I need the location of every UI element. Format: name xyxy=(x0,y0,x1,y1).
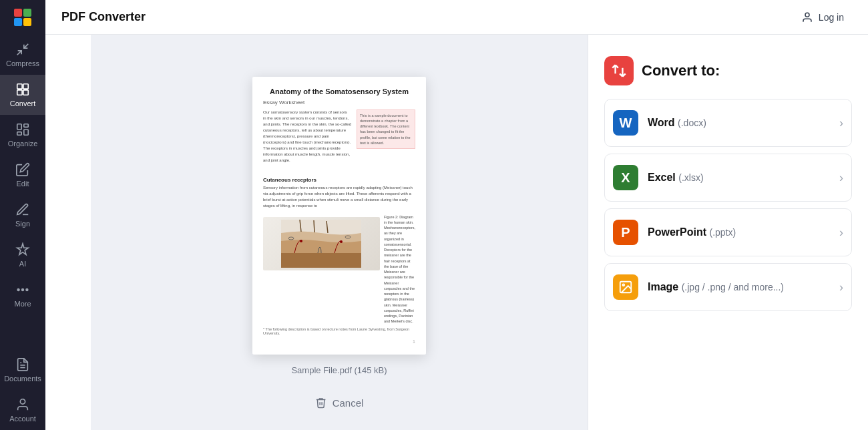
pdf-author: Essay Worksheet xyxy=(263,99,415,105)
image-svg-icon xyxy=(618,280,633,294)
sidebar-item-documents[interactable]: Documents xyxy=(0,350,45,390)
edit-icon xyxy=(15,162,30,177)
sidebar: Compress Convert Organize Edit xyxy=(0,0,45,430)
convert-panel: Convert to: W Word (.docx) › X Excel (.x… xyxy=(588,35,868,430)
convert-panel-icon xyxy=(604,56,634,85)
convert-option-ppt-text: PowerPoint (.pptx) xyxy=(648,226,839,238)
excel-name: Excel xyxy=(648,172,676,183)
sidebar-item-more[interactable]: More xyxy=(0,275,45,315)
sidebar-item-ai[interactable]: AI xyxy=(0,235,45,275)
svg-point-10 xyxy=(26,289,28,291)
svg-rect-3 xyxy=(23,90,28,95)
sidebar-item-sign[interactable]: Sign xyxy=(0,195,45,235)
image-ext: (.jpg / .png / and more...) xyxy=(682,282,784,292)
sidebar-item-account[interactable]: Account xyxy=(0,390,45,430)
ai-icon xyxy=(15,242,30,257)
chevron-right-icon: › xyxy=(839,116,843,130)
svg-point-14 xyxy=(805,13,809,17)
compress-icon xyxy=(15,42,30,57)
sidebar-item-label: More xyxy=(14,300,31,308)
word-ext: (.docx) xyxy=(678,118,706,128)
app-logo xyxy=(0,0,45,35)
login-label: Log in xyxy=(819,12,844,23)
organize-icon xyxy=(15,122,30,137)
ppt-name: PowerPoint xyxy=(648,226,706,238)
sign-icon xyxy=(15,202,30,217)
sidebar-item-edit[interactable]: Edit xyxy=(0,155,45,195)
convert-option-word-text: Word (.docx) xyxy=(648,117,839,129)
svg-point-20 xyxy=(340,240,343,243)
user-icon xyxy=(801,11,813,23)
account-icon xyxy=(15,397,30,412)
header: PDF Converter Log in xyxy=(45,0,868,35)
sidebar-item-label: Convert xyxy=(10,99,36,108)
chevron-right-icon: › xyxy=(839,171,843,185)
image-icon xyxy=(613,274,638,300)
svg-point-8 xyxy=(17,289,19,291)
ppt-ext: (.pptx) xyxy=(709,227,736,238)
svg-point-13 xyxy=(20,399,25,404)
svg-rect-2 xyxy=(17,90,22,95)
svg-point-9 xyxy=(22,289,24,291)
svg-rect-5 xyxy=(24,124,28,128)
convert-title: Convert to: xyxy=(642,62,720,79)
file-name: Sample File.pdf (145 kB) xyxy=(291,365,387,375)
word-icon: W xyxy=(613,110,638,136)
svg-line-18 xyxy=(314,220,314,232)
pdf-title: Anatomy of the Somatosensory System xyxy=(263,87,415,95)
image-name: Image xyxy=(648,281,678,292)
convert-option-excel-text: Excel (.xlsx) xyxy=(648,172,839,184)
powerpoint-icon: P xyxy=(613,220,638,245)
svg-rect-6 xyxy=(24,130,28,135)
svg-rect-4 xyxy=(17,124,21,130)
excel-icon: X xyxy=(613,165,638,190)
sidebar-item-label: Organize xyxy=(8,140,38,148)
convert-option-powerpoint[interactable]: P PowerPoint (.pptx) › xyxy=(604,208,852,256)
pdf-preview: Anatomy of the Somatosensory System Essa… xyxy=(252,77,426,355)
sidebar-item-organize[interactable]: Organize xyxy=(0,115,45,155)
cancel-label: Cancel xyxy=(333,397,364,409)
sidebar-item-label: Account xyxy=(9,415,36,423)
more-icon xyxy=(15,282,30,297)
pdf-side-text: Figure 2: Diagram in the human skin. Mec… xyxy=(384,214,415,325)
sidebar-item-label: AI xyxy=(19,260,26,268)
word-name: Word xyxy=(648,117,675,128)
sidebar-item-label: Compress xyxy=(6,59,39,67)
pdf-two-col: Figure 2: Diagram in the human skin. Mec… xyxy=(263,214,415,325)
sidebar-item-compress[interactable]: Compress xyxy=(0,35,45,75)
sidebar-item-convert[interactable]: Convert xyxy=(0,75,45,115)
convert-option-word[interactable]: W Word (.docx) › xyxy=(604,99,852,147)
login-button[interactable]: Log in xyxy=(793,7,852,27)
convert-option-excel[interactable]: X Excel (.xlsx) › xyxy=(604,154,852,202)
pdf-page-num: 1 xyxy=(263,339,415,344)
file-area: Anatomy of the Somatosensory System Essa… xyxy=(91,35,588,430)
pdf-footnote: * The following description is based on … xyxy=(263,327,415,335)
excel-ext: (.xlsx) xyxy=(678,172,703,183)
svg-point-19 xyxy=(300,240,302,242)
skin-diagram-svg xyxy=(281,220,361,268)
sidebar-item-label: Edit xyxy=(17,180,29,188)
svg-point-24 xyxy=(622,284,624,286)
arrows-icon xyxy=(610,62,628,79)
skin-diagram xyxy=(263,217,380,270)
convert-option-image[interactable]: Image (.jpg / .png / and more...) › xyxy=(604,263,852,311)
page-title: PDF Converter xyxy=(61,10,146,24)
trash-icon xyxy=(315,397,327,409)
sidebar-item-label: Documents xyxy=(4,375,41,383)
chevron-right-icon: › xyxy=(839,280,843,294)
documents-icon xyxy=(15,357,30,372)
svg-rect-7 xyxy=(17,132,21,136)
chevron-right-icon: › xyxy=(839,226,843,240)
pdf-sub-body: Sensory information from cutaneous recep… xyxy=(263,185,415,209)
sidebar-item-label: Sign xyxy=(15,220,30,228)
convert-header: Convert to: xyxy=(604,56,852,85)
pdf-highlight: This is a sample document to demonstrate… xyxy=(357,110,415,150)
cancel-button[interactable]: Cancel xyxy=(304,391,375,414)
svg-rect-1 xyxy=(23,84,28,89)
convert-icon xyxy=(15,82,30,97)
svg-rect-0 xyxy=(17,84,22,89)
pdf-subheading: Cutaneous receptors xyxy=(263,177,415,183)
main-content: Anatomy of the Somatosensory System Essa… xyxy=(91,35,868,430)
convert-option-image-text: Image (.jpg / .png / and more...) xyxy=(648,281,839,293)
